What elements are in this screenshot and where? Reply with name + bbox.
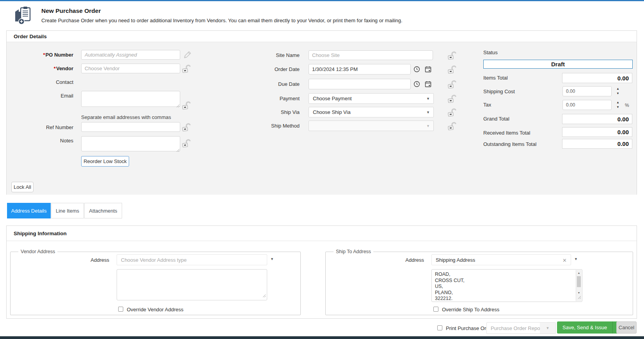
- stepper-up-icon[interactable]: ▲: [616, 87, 619, 91]
- grand-total-value: 0.00: [562, 114, 632, 124]
- chevron-down-icon[interactable]: ▼: [270, 257, 274, 261]
- ref-number-label: Ref Number: [7, 125, 73, 130]
- ship-via-lock-icon[interactable]: [447, 108, 457, 119]
- override-vendor-address-checkbox[interactable]: [118, 307, 123, 312]
- print-purchase-order-checkbox[interactable]: [437, 325, 442, 330]
- contact-label: Contact: [7, 80, 73, 85]
- save-send-issue-label: Save, Send & Issue: [557, 321, 612, 334]
- new-purchase-order-page: New Purchase Order Create Purchase Order…: [0, 0, 644, 339]
- page-title: New Purchase Order: [41, 7, 101, 14]
- stepper-down-icon[interactable]: ▼: [616, 92, 619, 95]
- save-send-issue-button[interactable]: Save, Send & Issue ▲: [557, 321, 622, 334]
- required-marker: *: [54, 66, 56, 71]
- ship-to-address-select[interactable]: Shipping Address ✕: [431, 254, 571, 265]
- notes-label: Notes: [7, 138, 73, 144]
- payment-lock-icon[interactable]: [447, 94, 457, 106]
- email-helper-text: Separate email addresses with commas: [81, 114, 171, 120]
- email-lock-icon[interactable]: [181, 101, 192, 112]
- ship-to-address-resize-handle[interactable]: [577, 294, 581, 301]
- override-ship-to-address-checkbox[interactable]: [433, 307, 438, 312]
- ship-to-address-fieldset: Ship To Address Address Shipping Address…: [325, 252, 633, 315]
- order-date-label: Order Date: [225, 67, 300, 72]
- chevron-down-icon[interactable]: ▼: [574, 257, 578, 261]
- tax-percent-unit: %: [625, 103, 629, 108]
- shipping-information-body: Vendor Address Address Choose Vendor Add…: [7, 241, 637, 318]
- tab-attachments[interactable]: Attachments: [84, 203, 122, 218]
- order-details-panel: Order Details *PO Number *Vendor Contact…: [6, 30, 637, 195]
- ship-method-lock-icon[interactable]: [447, 121, 457, 133]
- order-details-title: Order Details: [7, 31, 637, 42]
- ship-to-address-address-label: Address: [369, 257, 424, 263]
- tax-label: Tax: [483, 102, 491, 108]
- report-select[interactable]: Purchase Order Report ▼: [486, 322, 556, 334]
- notes-resize-handle[interactable]: [176, 147, 636, 194]
- order-date-lock-icon[interactable]: [447, 65, 457, 76]
- order-details-body: *PO Number *Vendor Contact Email Separat…: [7, 42, 637, 195]
- tax-input[interactable]: [562, 100, 612, 110]
- ship-to-address-text: ROAD, CROSS CUT, US, PLANO, 322212.: [432, 270, 576, 302]
- outstanding-items-total-label: Outstanding Items Total: [483, 142, 536, 147]
- ship-to-address-legend: Ship To Address: [334, 249, 373, 254]
- clear-icon[interactable]: ✕: [562, 258, 567, 263]
- po-number-input[interactable]: [81, 50, 180, 60]
- vendor-address-address-label: Address: [55, 257, 109, 263]
- ship-to-address-textarea[interactable]: ROAD, CROSS CUT, US, PLANO, 322212. ▲ ▼: [431, 269, 582, 302]
- due-date-time-icon[interactable]: [413, 81, 420, 87]
- vendor-address-textarea[interactable]: [117, 269, 267, 300]
- site-name-input[interactable]: [309, 50, 433, 60]
- vendor-address-fieldset: Vendor Address Address Choose Vendor Add…: [10, 252, 301, 315]
- vendor-lock-icon[interactable]: [181, 64, 192, 76]
- vendor-input[interactable]: [81, 64, 180, 73]
- tab-address-details[interactable]: Address Details: [7, 203, 51, 218]
- due-date-lock-icon[interactable]: [447, 80, 457, 91]
- vendor-address-type-select[interactable]: Choose Vendor Address type: [117, 254, 267, 265]
- vendor-address-resize-handle[interactable]: [262, 292, 266, 299]
- chevron-down-icon: ▼: [426, 124, 430, 128]
- payment-label: Payment: [225, 96, 300, 101]
- ship-to-address-selected-value: Shipping Address: [436, 257, 475, 263]
- tax-stepper[interactable]: ▲▼: [615, 101, 621, 109]
- vendor-address-type-placeholder: Choose Vendor Address type: [121, 257, 186, 263]
- grand-total-label: Grand Total: [483, 116, 509, 122]
- order-date-time-icon[interactable]: [413, 66, 420, 73]
- site-name-lock-icon[interactable]: [447, 51, 457, 62]
- cancel-button[interactable]: Cancel: [616, 321, 637, 334]
- payment-select[interactable]: Choose Payment ▼: [309, 93, 434, 104]
- chevron-down-icon: ▼: [426, 97, 430, 101]
- po-number-edit-icon[interactable]: [183, 50, 192, 59]
- due-date-input[interactable]: [309, 79, 411, 89]
- ship-via-select[interactable]: Choose Ship Via ▼: [309, 107, 434, 117]
- lock-all-button[interactable]: Lock All: [11, 182, 34, 192]
- override-vendor-address-label: Override Vendor Address: [127, 307, 183, 312]
- ref-number-lock-icon[interactable]: [181, 122, 192, 134]
- notes-textarea[interactable]: [81, 136, 180, 151]
- stepper-up-icon[interactable]: ▲: [616, 101, 619, 104]
- order-date-calendar-icon[interactable]: [425, 66, 431, 73]
- po-number-label: *PO Number: [7, 52, 73, 58]
- status-badge: Draft: [483, 60, 633, 69]
- page-description: Create Purchase Order when you need to o…: [41, 18, 403, 23]
- email-textarea[interactable]: [81, 91, 180, 107]
- items-total-value: 0.00: [562, 73, 632, 83]
- shipping-cost-input[interactable]: [562, 86, 612, 96]
- shipping-cost-stepper[interactable]: ▲▼: [615, 87, 621, 95]
- notes-lock-icon[interactable]: [181, 138, 192, 150]
- ref-number-input[interactable]: [81, 122, 180, 132]
- scrollbar-thumb[interactable]: [577, 276, 581, 287]
- ship-method-select: ▼: [309, 121, 434, 131]
- due-date-label: Due Date: [225, 82, 300, 87]
- due-date-calendar-icon[interactable]: [425, 81, 431, 87]
- email-label: Email: [7, 93, 73, 99]
- order-date-input[interactable]: [309, 64, 411, 75]
- tab-line-items[interactable]: Line Items: [51, 203, 84, 218]
- required-marker: *: [43, 52, 45, 58]
- vendor-label: *Vendor: [7, 66, 73, 71]
- report-selected-value: Purchase Order Report: [491, 325, 543, 331]
- bottom-bar: [0, 336, 644, 339]
- scroll-up-icon[interactable]: ▲: [576, 270, 582, 275]
- vendor-address-text: [117, 270, 261, 300]
- status-label: Status: [483, 50, 498, 55]
- payment-selected-value: Choose Payment: [313, 96, 352, 101]
- stepper-down-icon[interactable]: ▼: [616, 106, 619, 109]
- reorder-low-stock-button[interactable]: Reorder Low Stock: [81, 156, 129, 167]
